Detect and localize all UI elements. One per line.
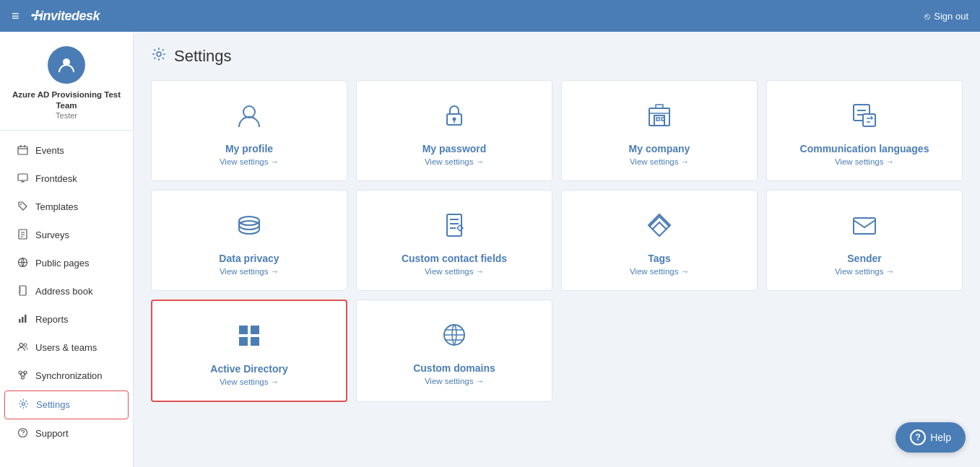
sidebar-item-users-teams[interactable]: Users & teams	[4, 334, 129, 362]
active-directory-icon	[235, 321, 264, 354]
svg-rect-4	[18, 174, 27, 180]
svg-point-18	[18, 428, 27, 437]
org-name: Azure AD Provisioning Test Team	[9, 90, 124, 111]
card-title-communication-languages: Communication languages	[800, 143, 929, 154]
page-header: Settings	[151, 46, 963, 66]
sidebar-item-settings[interactable]: Settings	[4, 390, 129, 419]
sidebar-item-reports[interactable]: Reports	[4, 306, 129, 333]
custom-domains-icon	[440, 320, 469, 354]
card-title-my-company: My company	[629, 143, 690, 154]
card-link-data-privacy: View settings →	[220, 267, 279, 276]
card-communication-languages[interactable]: Communication languages View settings →	[766, 80, 963, 181]
sidebar-profile: Azure AD Provisioning Test Team Tester	[0, 32, 133, 131]
card-tags[interactable]: Tags View settings →	[561, 190, 758, 291]
card-active-directory[interactable]: Active Directory View settings →	[151, 300, 347, 402]
card-my-profile[interactable]: My profile View settings →	[151, 80, 347, 181]
svg-rect-33	[854, 218, 875, 234]
profile-icon	[235, 101, 264, 134]
logo: ✢invitedesk	[30, 8, 100, 24]
card-custom-contact-fields[interactable]: Custom contact fields View settings →	[356, 190, 552, 291]
topbar-left: ≡ ✢invitedesk	[12, 8, 100, 24]
card-sender[interactable]: Sender View settings →	[766, 190, 963, 291]
help-label: Help	[930, 432, 951, 443]
data-privacy-icon	[235, 211, 264, 244]
tags-icon	[645, 211, 674, 244]
svg-point-21	[243, 106, 255, 118]
layout: Azure AD Provisioning Test Team Tester E…	[0, 32, 980, 467]
nav-label-reports: Reports	[35, 314, 69, 325]
nav-label-events: Events	[35, 145, 64, 156]
nav-label-surveys: Surveys	[35, 230, 69, 240]
sidebar-item-address-book[interactable]: Address book	[4, 278, 129, 305]
signout-icon: ⎋	[924, 11, 930, 22]
hamburger-button[interactable]: ≡	[12, 9, 19, 24]
monitor-icon	[16, 173, 29, 186]
sidebar-item-public-pages[interactable]: Public pages	[4, 250, 129, 277]
nav-label-public-pages: Public pages	[35, 258, 89, 269]
sidebar-item-templates[interactable]: Templates	[4, 193, 129, 221]
help-circle-icon: ?	[910, 429, 926, 445]
sidebar-item-synchronization[interactable]: Synchronization	[4, 362, 129, 390]
card-title-custom-domains: Custom domains	[413, 362, 495, 374]
svg-rect-24	[649, 108, 669, 126]
svg-point-5	[20, 204, 22, 205]
card-title-custom-contact-fields: Custom contact fields	[402, 253, 507, 264]
card-link-custom-domains: View settings →	[425, 377, 484, 385]
sidebar: Azure AD Provisioning Test Team Tester E…	[0, 32, 134, 467]
sidebar-role: Tester	[56, 111, 77, 120]
svg-rect-27	[656, 105, 663, 108]
sidebar-nav: Events Frontdesk Templates Surveys	[0, 131, 133, 454]
card-title-my-password: My password	[422, 143, 487, 154]
avatar	[48, 46, 85, 84]
card-data-privacy[interactable]: Data privacy View settings →	[151, 190, 347, 291]
svg-rect-26	[662, 118, 664, 121]
card-my-company[interactable]: My company View settings →	[561, 80, 758, 181]
gear-icon	[17, 398, 30, 411]
svg-point-17	[22, 402, 25, 405]
card-my-password[interactable]: My password View settings →	[356, 80, 552, 181]
signout-button[interactable]: ⎋ Sign out	[924, 11, 968, 22]
svg-point-14	[19, 371, 22, 374]
nav-label-synchronization: Synchronization	[35, 370, 103, 381]
card-custom-domains[interactable]: Custom domains View settings →	[356, 300, 552, 402]
help-icon	[16, 427, 29, 440]
svg-rect-25	[656, 118, 659, 121]
card-link-active-directory: View settings →	[220, 377, 279, 386]
cards-grid: My profile View settings → My password V…	[151, 80, 963, 402]
nav-label-frontdesk: Frontdesk	[35, 173, 77, 184]
svg-point-15	[24, 371, 27, 374]
card-title-sender: Sender	[847, 253, 881, 264]
password-icon	[440, 101, 469, 134]
card-link-sender: View settings →	[835, 267, 894, 276]
svg-rect-1	[18, 147, 27, 154]
survey-icon	[16, 229, 29, 242]
svg-rect-2	[20, 145, 22, 147]
card-link-tags: View settings →	[630, 267, 689, 276]
svg-point-12	[19, 343, 23, 346]
svg-point-13	[24, 344, 27, 346]
nav-label-address-book: Address book	[35, 286, 93, 297]
svg-rect-37	[251, 337, 259, 346]
users-icon	[16, 341, 29, 354]
card-link-my-profile: View settings →	[220, 157, 279, 166]
card-title-active-directory: Active Directory	[210, 363, 287, 375]
sidebar-item-events[interactable]: Events	[4, 137, 129, 165]
help-button[interactable]: ? Help	[896, 422, 966, 453]
book-icon	[16, 285, 29, 298]
nav-label-settings: Settings	[36, 399, 70, 410]
svg-point-19	[22, 435, 22, 435]
nav-label-users-teams: Users & teams	[35, 342, 97, 353]
sidebar-item-surveys[interactable]: Surveys	[4, 222, 129, 249]
svg-rect-10	[22, 317, 24, 323]
sidebar-item-support[interactable]: Support	[4, 420, 129, 448]
languages-icon	[850, 101, 879, 134]
card-title-tags: Tags	[648, 253, 671, 264]
main-content: Settings My profile View settings → My p…	[134, 32, 980, 467]
svg-rect-29	[863, 114, 875, 126]
sidebar-item-frontdesk[interactable]: Frontdesk	[4, 165, 129, 193]
card-link-my-password: View settings →	[425, 157, 484, 166]
tag-icon	[16, 201, 29, 214]
card-link-custom-contact-fields: View settings →	[425, 267, 484, 276]
sync-icon	[16, 370, 29, 383]
card-title-my-profile: My profile	[225, 143, 273, 154]
